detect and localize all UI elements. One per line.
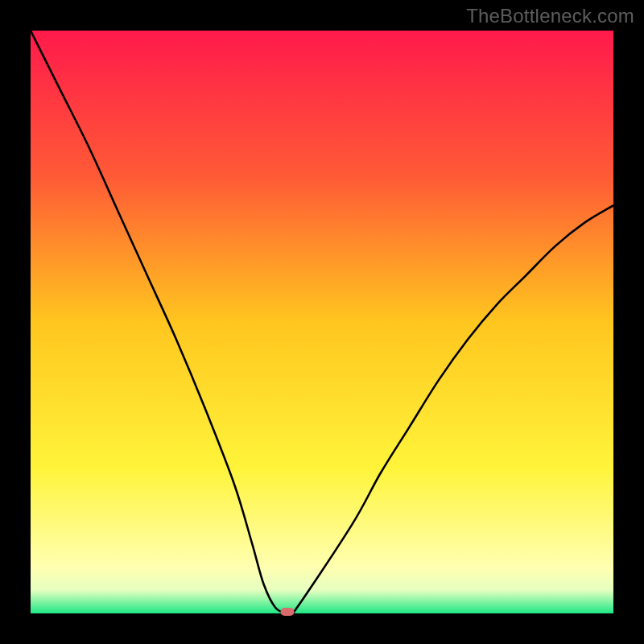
curve-svg <box>31 31 613 613</box>
plot-area <box>31 31 613 613</box>
chart-frame: TheBottleneck.com <box>0 0 644 644</box>
optimum-marker <box>280 608 294 616</box>
bottleneck-curve <box>31 31 613 613</box>
watermark-text: TheBottleneck.com <box>466 5 634 27</box>
